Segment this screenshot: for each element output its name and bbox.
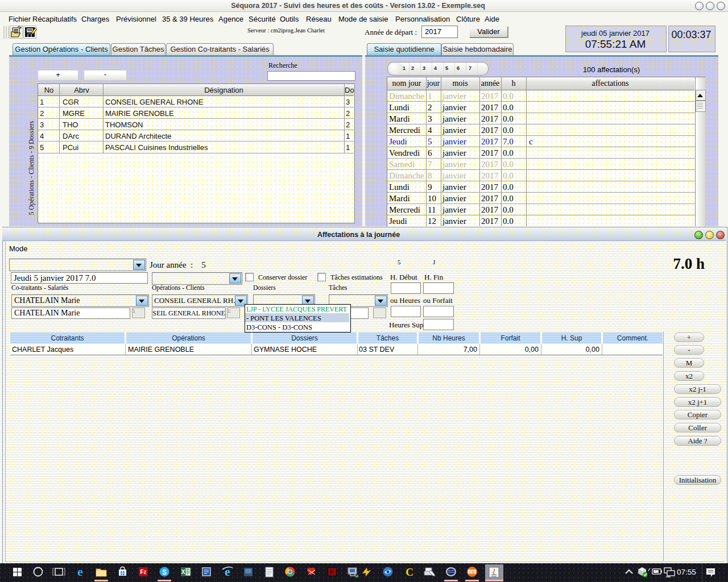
svg-text:CSI: CSI xyxy=(469,570,475,574)
svg-text:X: X xyxy=(181,569,185,575)
svg-text:Fz: Fz xyxy=(140,569,146,575)
svg-text:07:55: 07:55 xyxy=(677,568,696,576)
svg-text:e: e xyxy=(77,564,83,579)
svg-text:S: S xyxy=(162,568,167,576)
svg-text:C: C xyxy=(406,566,413,578)
